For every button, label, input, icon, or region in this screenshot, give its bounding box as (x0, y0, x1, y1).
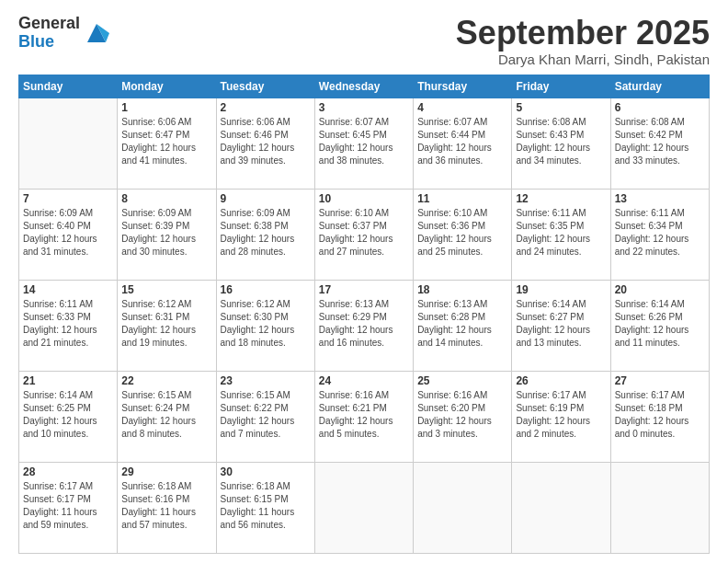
calendar-cell: 11Sunrise: 6:10 AMSunset: 6:36 PMDayligh… (414, 189, 512, 280)
calendar-cell: 24Sunrise: 6:16 AMSunset: 6:21 PMDayligh… (314, 371, 413, 462)
day-number: 30 (221, 465, 311, 478)
day-info: Sunrise: 6:12 AMSunset: 6:31 PMDaylight:… (121, 298, 211, 350)
logo-icon (84, 20, 109, 46)
day-info: Sunrise: 6:11 AMSunset: 6:34 PMDaylight:… (615, 207, 705, 259)
calendar-cell: 5Sunrise: 6:08 AMSunset: 6:43 PMDaylight… (512, 98, 610, 189)
calendar-week-1: 7Sunrise: 6:09 AMSunset: 6:40 PMDaylight… (19, 189, 710, 280)
calendar-cell: 8Sunrise: 6:09 AMSunset: 6:39 PMDaylight… (118, 189, 216, 280)
day-info: Sunrise: 6:10 AMSunset: 6:37 PMDaylight:… (319, 207, 409, 259)
day-number: 18 (417, 283, 507, 296)
title-block: September 2025 Darya Khan Marri, Sindh, … (456, 15, 710, 67)
day-info: Sunrise: 6:16 AMSunset: 6:20 PMDaylight:… (417, 389, 507, 441)
day-number: 20 (615, 283, 705, 296)
day-info: Sunrise: 6:15 AMSunset: 6:24 PMDaylight:… (121, 389, 211, 441)
day-number: 5 (516, 101, 606, 114)
calendar-cell: 14Sunrise: 6:11 AMSunset: 6:33 PMDayligh… (19, 280, 118, 371)
calendar-cell: 26Sunrise: 6:17 AMSunset: 6:19 PMDayligh… (512, 371, 610, 462)
day-info: Sunrise: 6:14 AMSunset: 6:26 PMDaylight:… (615, 298, 705, 350)
calendar-cell: 15Sunrise: 6:12 AMSunset: 6:31 PMDayligh… (118, 280, 216, 371)
day-info: Sunrise: 6:17 AMSunset: 6:19 PMDaylight:… (516, 389, 606, 441)
day-info: Sunrise: 6:17 AMSunset: 6:18 PMDaylight:… (615, 389, 705, 441)
calendar-cell: 17Sunrise: 6:13 AMSunset: 6:29 PMDayligh… (314, 280, 413, 371)
page: General Blue September 2025 Darya Khan M… (0, 0, 728, 563)
day-info: Sunrise: 6:08 AMSunset: 6:43 PMDaylight:… (516, 116, 606, 167)
calendar-cell: 7Sunrise: 6:09 AMSunset: 6:40 PMDaylight… (19, 189, 118, 280)
calendar-cell: 21Sunrise: 6:14 AMSunset: 6:25 PMDayligh… (19, 371, 118, 462)
logo-general: General (18, 15, 80, 33)
calendar-cell: 18Sunrise: 6:13 AMSunset: 6:28 PMDayligh… (414, 280, 512, 371)
calendar-cell: 23Sunrise: 6:15 AMSunset: 6:22 PMDayligh… (216, 371, 314, 462)
day-number: 21 (23, 374, 113, 387)
day-number: 2 (221, 101, 311, 114)
calendar-cell: 16Sunrise: 6:12 AMSunset: 6:30 PMDayligh… (216, 280, 314, 371)
day-number: 13 (615, 192, 705, 205)
calendar-cell: 27Sunrise: 6:17 AMSunset: 6:18 PMDayligh… (610, 371, 709, 462)
calendar-cell: 25Sunrise: 6:16 AMSunset: 6:20 PMDayligh… (414, 371, 512, 462)
calendar-week-2: 14Sunrise: 6:11 AMSunset: 6:33 PMDayligh… (19, 280, 710, 371)
calendar-cell: 4Sunrise: 6:07 AMSunset: 6:44 PMDaylight… (414, 98, 512, 189)
day-info: Sunrise: 6:12 AMSunset: 6:30 PMDaylight:… (221, 298, 311, 350)
calendar-week-3: 21Sunrise: 6:14 AMSunset: 6:25 PMDayligh… (19, 371, 710, 462)
calendar-week-0: 1Sunrise: 6:06 AMSunset: 6:47 PMDaylight… (19, 98, 710, 189)
calendar-cell: 22Sunrise: 6:15 AMSunset: 6:24 PMDayligh… (118, 371, 216, 462)
day-number: 10 (319, 192, 409, 205)
day-number: 4 (417, 101, 507, 114)
calendar-cell: 28Sunrise: 6:17 AMSunset: 6:17 PMDayligh… (19, 462, 118, 553)
day-number: 24 (319, 374, 409, 387)
calendar-cell: 29Sunrise: 6:18 AMSunset: 6:16 PMDayligh… (118, 462, 216, 553)
calendar-cell (610, 462, 709, 553)
day-info: Sunrise: 6:06 AMSunset: 6:47 PMDaylight:… (121, 116, 211, 167)
day-number: 1 (121, 101, 211, 114)
day-number: 29 (121, 465, 211, 478)
day-info: Sunrise: 6:18 AMSunset: 6:16 PMDaylight:… (121, 480, 211, 532)
col-monday: Monday (118, 75, 216, 98)
day-info: Sunrise: 6:16 AMSunset: 6:21 PMDaylight:… (319, 389, 409, 441)
day-number: 26 (516, 374, 606, 387)
calendar-cell: 12Sunrise: 6:11 AMSunset: 6:35 PMDayligh… (512, 189, 610, 280)
day-info: Sunrise: 6:06 AMSunset: 6:46 PMDaylight:… (221, 116, 311, 167)
col-saturday: Saturday (610, 75, 709, 98)
subtitle: Darya Khan Marri, Sindh, Pakistan (456, 52, 710, 67)
day-info: Sunrise: 6:14 AMSunset: 6:27 PMDaylight:… (516, 298, 606, 350)
day-info: Sunrise: 6:13 AMSunset: 6:29 PMDaylight:… (319, 298, 409, 350)
calendar-cell: 9Sunrise: 6:09 AMSunset: 6:38 PMDaylight… (216, 189, 314, 280)
header-row: Sunday Monday Tuesday Wednesday Thursday… (19, 75, 710, 98)
calendar-cell (19, 98, 118, 189)
calendar-cell: 6Sunrise: 6:08 AMSunset: 6:42 PMDaylight… (610, 98, 709, 189)
day-number: 3 (319, 101, 409, 114)
calendar-cell: 30Sunrise: 6:18 AMSunset: 6:15 PMDayligh… (216, 462, 314, 553)
calendar-cell (512, 462, 610, 553)
day-number: 19 (516, 283, 606, 296)
day-info: Sunrise: 6:17 AMSunset: 6:17 PMDaylight:… (23, 480, 113, 532)
calendar-cell: 1Sunrise: 6:06 AMSunset: 6:47 PMDaylight… (118, 98, 216, 189)
logo-text: General Blue (18, 15, 80, 52)
day-number: 6 (615, 101, 705, 114)
day-number: 22 (121, 374, 211, 387)
day-number: 9 (221, 192, 311, 205)
day-info: Sunrise: 6:10 AMSunset: 6:36 PMDaylight:… (417, 207, 507, 259)
logo-blue: Blue (18, 33, 80, 52)
calendar-week-4: 28Sunrise: 6:17 AMSunset: 6:17 PMDayligh… (19, 462, 710, 553)
day-number: 27 (615, 374, 705, 387)
day-info: Sunrise: 6:11 AMSunset: 6:33 PMDaylight:… (23, 298, 113, 350)
col-wednesday: Wednesday (314, 75, 413, 98)
calendar-cell: 13Sunrise: 6:11 AMSunset: 6:34 PMDayligh… (610, 189, 709, 280)
day-number: 25 (417, 374, 507, 387)
col-friday: Friday (512, 75, 610, 98)
day-info: Sunrise: 6:07 AMSunset: 6:44 PMDaylight:… (417, 116, 507, 167)
day-info: Sunrise: 6:07 AMSunset: 6:45 PMDaylight:… (319, 116, 409, 167)
day-info: Sunrise: 6:08 AMSunset: 6:42 PMDaylight:… (615, 116, 705, 167)
col-tuesday: Tuesday (216, 75, 314, 98)
day-number: 17 (319, 283, 409, 296)
calendar-cell: 20Sunrise: 6:14 AMSunset: 6:26 PMDayligh… (610, 280, 709, 371)
day-info: Sunrise: 6:09 AMSunset: 6:40 PMDaylight:… (23, 207, 113, 259)
day-number: 14 (23, 283, 113, 296)
day-info: Sunrise: 6:09 AMSunset: 6:38 PMDaylight:… (221, 207, 311, 259)
calendar-cell: 2Sunrise: 6:06 AMSunset: 6:46 PMDaylight… (216, 98, 314, 189)
day-info: Sunrise: 6:09 AMSunset: 6:39 PMDaylight:… (121, 207, 211, 259)
day-info: Sunrise: 6:11 AMSunset: 6:35 PMDaylight:… (516, 207, 606, 259)
day-info: Sunrise: 6:18 AMSunset: 6:15 PMDaylight:… (221, 480, 311, 532)
day-number: 28 (23, 465, 113, 478)
day-number: 16 (221, 283, 311, 296)
calendar-cell: 3Sunrise: 6:07 AMSunset: 6:45 PMDaylight… (314, 98, 413, 189)
